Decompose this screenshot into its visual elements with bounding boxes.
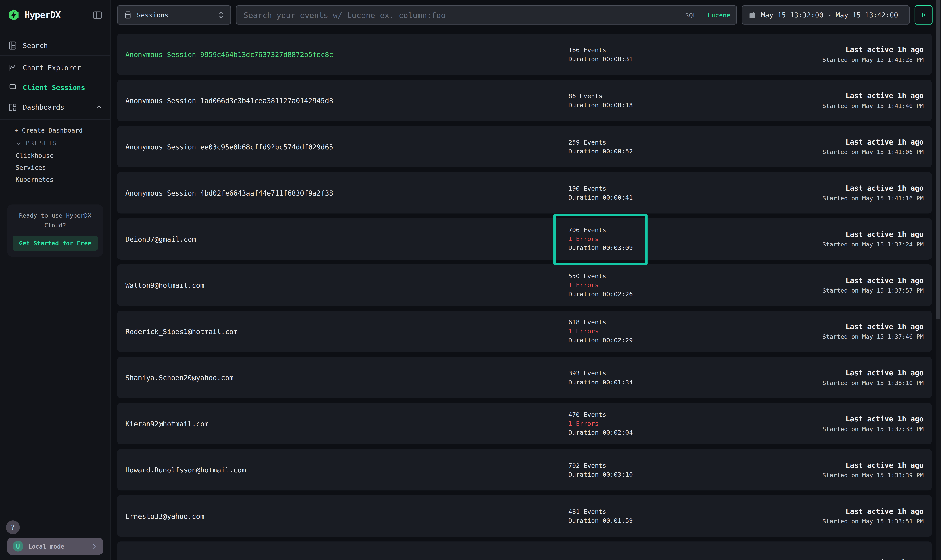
- chevron-right-icon: [91, 543, 98, 550]
- session-errors-count: 1 Errors: [568, 419, 748, 428]
- database-icon: [123, 11, 132, 19]
- session-duration: Duration 00:02:29: [568, 336, 748, 345]
- cloud-promo-text-2: Cloud?: [12, 221, 98, 231]
- session-last-active: Last active 1h ago: [822, 92, 924, 100]
- session-row[interactable]: Kieran92@hotmail.com 470 Events 1 Errors…: [117, 403, 932, 444]
- brand-title: HyperDX: [25, 10, 60, 20]
- session-stats: 166 Events Duration 00:00:31: [568, 45, 748, 63]
- session-row[interactable]: Anonymous Session 1ad066d3c3b41cea381127…: [117, 80, 932, 121]
- topbar: Sessions SQL | Lucene: [111, 0, 941, 25]
- chevron-up-icon[interactable]: [96, 104, 103, 110]
- time-range-picker[interactable]: May 15 13:32:00 - May 15 13:42:00: [742, 5, 910, 25]
- preset-item-services[interactable]: Services: [0, 161, 110, 173]
- session-last-active: Last active 1h ago: [822, 46, 924, 54]
- session-row[interactable]: Anonymous Session 4bd02fe6643aaf44e711f6…: [117, 172, 932, 214]
- sidebar-item-client-sessions[interactable]: Client Sessions: [0, 77, 110, 97]
- session-row[interactable]: Anonymous Session 9959c464b13dc7637327d8…: [117, 34, 932, 75]
- session-events-count: 550 Events: [568, 272, 748, 281]
- session-row[interactable]: Howard.Runolfsson@hotmail.com 702 Events…: [117, 449, 932, 491]
- session-row[interactable]: Walton9@hotmail.com 550 Events 1 Errors …: [117, 265, 932, 306]
- session-events-count: 470 Events: [568, 410, 748, 419]
- scrollbar-thumb[interactable]: [936, 0, 940, 319]
- source-select[interactable]: Sessions: [117, 5, 231, 25]
- session-duration: Duration 00:00:31: [568, 54, 748, 63]
- collapse-sidebar-icon[interactable]: [93, 10, 103, 20]
- preset-item-clickhouse[interactable]: Clickhouse: [0, 149, 110, 162]
- help-button[interactable]: ?: [6, 520, 20, 534]
- sidebar-item-dashboards[interactable]: Dashboards: [0, 97, 110, 117]
- session-started-at: Started on May 15 1:33:51 PM: [822, 518, 924, 525]
- session-title: Ernesto33@yahoo.com: [125, 512, 568, 520]
- session-started-at: Started on May 15 1:38:10 PM: [822, 380, 924, 386]
- session-events-count: 481 Events: [568, 507, 748, 516]
- session-activity: Last active 1h ago Started on May 15 1:3…: [822, 415, 924, 432]
- search-bar: SQL | Lucene: [236, 5, 737, 25]
- run-query-button[interactable]: [915, 5, 933, 25]
- session-activity: Last active 1h ago Started on May 15 1:3…: [822, 507, 924, 525]
- session-events-count: 190 Events: [568, 184, 748, 192]
- sql-toggle[interactable]: SQL: [685, 11, 697, 18]
- session-activity: Last active 1h ago Started on May 15 1:4…: [822, 46, 924, 63]
- session-activity: Last active 1h ago Started on May 15 1:3…: [822, 277, 924, 294]
- play-icon: [920, 11, 927, 18]
- sidebar-item-search[interactable]: Search: [0, 35, 110, 55]
- lucene-toggle[interactable]: Lucene: [708, 11, 730, 18]
- scrollbar-track[interactable]: [936, 0, 941, 560]
- session-row[interactable]: Roderick_Sipes1@hotmail.com 618 Events 1…: [117, 311, 932, 352]
- session-duration: Duration 00:00:52: [568, 147, 748, 155]
- session-events-count: 259 Events: [568, 138, 748, 146]
- sidebar-item-chart-explorer[interactable]: Chart Explorer: [0, 58, 110, 77]
- sidebar-item-label: Chart Explorer: [23, 63, 81, 71]
- session-errors-count: 1 Errors: [568, 327, 748, 335]
- dashboard-icon: [8, 102, 17, 112]
- session-last-active: Last active 1h ago: [822, 184, 924, 192]
- session-title: Pearl43@hotmail.com: [125, 558, 568, 560]
- search-input[interactable]: [242, 10, 685, 20]
- session-stats: 618 Events 1 Errors Duration 00:02:29: [568, 318, 748, 345]
- get-started-button[interactable]: Get Started for Free: [12, 235, 98, 251]
- session-activity: Last active 1h ago Started on May 15 1:3…: [822, 369, 924, 386]
- session-title: Shaniya.Schoen20@yahoo.com: [125, 373, 568, 382]
- main-content: Sessions SQL | Lucene: [111, 0, 941, 560]
- session-activity: Last active 1h ago Started on May 15 1:3…: [822, 230, 924, 248]
- session-last-active: Last active 1h ago: [845, 558, 924, 560]
- session-duration: Duration 00:00:41: [568, 193, 748, 202]
- session-row[interactable]: Anonymous Session ee03c95e0b68cffd92bc57…: [117, 126, 932, 168]
- session-started-at: Started on May 15 1:37:24 PM: [822, 241, 924, 248]
- time-range-value: May 15 13:32:00 - May 15 13:42:00: [761, 11, 898, 19]
- sidebar: HyperDX Search: [0, 0, 111, 560]
- session-started-at: Started on May 15 1:41:06 PM: [822, 149, 924, 155]
- cloud-promo-card: Ready to use HyperDX Cloud? Get Started …: [7, 205, 103, 257]
- sidebar-item-label: Search: [23, 41, 48, 49]
- sidebar-item-label: Dashboards: [23, 103, 65, 111]
- preset-item-kubernetes[interactable]: Kubernetes: [0, 173, 110, 185]
- session-title: Anonymous Session 9959c464b13dc7637327d8…: [125, 50, 568, 58]
- session-stats: 190 Events Duration 00:00:41: [568, 184, 748, 202]
- session-last-active: Last active 1h ago: [822, 415, 924, 423]
- session-row[interactable]: Shaniya.Schoen20@yahoo.com 393 Events Du…: [117, 357, 932, 398]
- session-row[interactable]: Ernesto33@yahoo.com 481 Events Duration …: [117, 495, 932, 537]
- session-duration: Duration 00:01:34: [568, 377, 748, 386]
- session-duration: Duration 00:02:04: [568, 428, 748, 437]
- calendar-icon: [748, 11, 756, 19]
- session-row[interactable]: Deion37@gmail.com 706 Events 1 Errors Du…: [117, 218, 932, 260]
- toggle-divider: |: [700, 11, 704, 18]
- create-dashboard-item[interactable]: + Create Dashboard: [0, 123, 110, 137]
- hyperdx-logo-icon: [8, 9, 20, 21]
- session-stats: 481 Events Duration 00:01:59: [568, 507, 748, 525]
- cloud-promo-text: Ready to use HyperDX: [12, 211, 98, 221]
- session-events-count: 86 Events: [568, 91, 748, 100]
- session-stats: 470 Events 1 Errors Duration 00:02:04: [568, 410, 748, 437]
- user-menu[interactable]: U Local mode: [7, 538, 103, 555]
- session-stats: 702 Events Duration 00:03:10: [568, 461, 748, 479]
- session-activity: Last active 1h ago: [845, 558, 924, 560]
- presets-header[interactable]: PRESETS: [0, 137, 110, 149]
- session-stats: 706 Events 1 Errors Duration 00:03:09: [568, 225, 748, 252]
- avatar: U: [12, 541, 23, 552]
- session-row[interactable]: Pearl43@hotmail.com 554 Events Last acti…: [117, 542, 932, 560]
- session-events-count: 393 Events: [568, 369, 748, 377]
- session-last-active: Last active 1h ago: [822, 230, 924, 238]
- sidebar-header: HyperDX: [0, 0, 110, 30]
- chart-line-icon: [8, 63, 17, 72]
- session-title: Kieran92@hotmail.com: [125, 420, 568, 428]
